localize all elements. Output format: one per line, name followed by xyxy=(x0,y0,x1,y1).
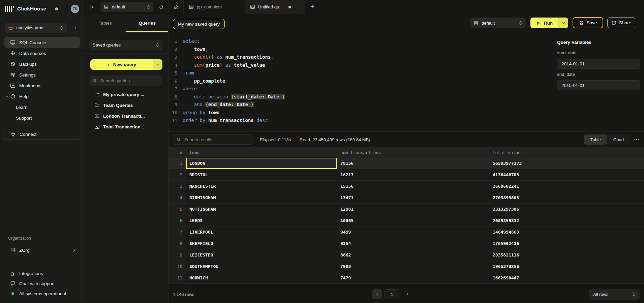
editor-line[interactable]: 9 and {end_date: Date } xyxy=(168,101,553,109)
list-item-folder[interactable]: My private query ... xyxy=(84,89,168,100)
new-query-dropdown-button[interactable] xyxy=(153,59,162,70)
table-row[interactable]: 5NOTTINGHAM129812313297306 xyxy=(168,204,644,215)
table-row[interactable]: 4BIRMINGHAM134712703899808 xyxy=(168,192,644,204)
run-dropdown-button[interactable] xyxy=(558,18,568,28)
editor-line[interactable]: 2 town, xyxy=(168,46,553,54)
table-cell[interactable]: 78156 xyxy=(337,158,489,169)
more-options-button[interactable]: ••• xyxy=(632,134,642,145)
table-cell[interactable]: 4136446703 xyxy=(489,169,644,180)
system-status[interactable]: All systems operational xyxy=(4,289,80,299)
service-selector[interactable]: aws analytics-prod xyxy=(5,23,67,33)
editor-line[interactable]: 5from xyxy=(168,69,553,77)
chart-view-button[interactable]: Chart xyxy=(607,134,631,145)
table-row[interactable]: 10SOUTHAMPTON79081965378256 xyxy=(168,261,644,272)
table-cell[interactable]: NORWICH xyxy=(186,272,337,283)
table-cell[interactable]: BRISTOL xyxy=(186,169,337,180)
add-service-button[interactable]: + xyxy=(71,23,80,32)
sidebar-item-backups[interactable]: Backups xyxy=(4,59,80,69)
notification-dot-icon[interactable] xyxy=(55,7,58,10)
table-cell[interactable]: SHEFFIELD xyxy=(186,238,337,249)
editor-line[interactable]: 6 pp_complete xyxy=(168,77,553,85)
editor-line[interactable]: 3 count() as num_transactions, xyxy=(168,53,553,61)
collapse-sidebar-button[interactable] xyxy=(88,3,96,11)
table-cell[interactable]: 9354 xyxy=(337,238,489,249)
table-cell[interactable]: LEEDS xyxy=(186,215,337,226)
table-row[interactable]: 7LIVERPOOL94991464994863 xyxy=(168,226,644,238)
table-cell[interactable]: 13471 xyxy=(337,192,489,203)
table-cell[interactable]: LEICESTER xyxy=(186,249,337,261)
editor-line[interactable]: 1select xyxy=(168,37,553,46)
table-cell[interactable]: NOTTINGHAM xyxy=(186,204,337,215)
table-cell[interactable]: LONDON xyxy=(186,158,337,169)
sidebar-item-integrations[interactable]: Integrations xyxy=(4,268,80,278)
start-date-input[interactable] xyxy=(557,59,640,69)
sql-editor[interactable]: 1select2 town,3 count() as num_transacti… xyxy=(168,32,553,131)
table-cell[interactable]: LIVERPOOL xyxy=(186,226,337,238)
search-queries-input[interactable] xyxy=(100,78,159,84)
table-row[interactable]: 9LEICESTER88622035821116 xyxy=(168,249,644,261)
table-cell[interactable]: 9499 xyxy=(337,226,489,238)
user-avatar[interactable]: ZN xyxy=(71,5,79,13)
table-cell[interactable]: 7908 xyxy=(337,261,489,272)
table-cell[interactable]: 2035821116 xyxy=(489,249,644,261)
end-date-input[interactable] xyxy=(557,80,640,90)
table-cell[interactable]: 1765902436 xyxy=(489,238,644,249)
table-row[interactable]: 1LONDON7815656593977373 xyxy=(168,158,644,169)
table-cell[interactable]: 16217 xyxy=(337,169,489,180)
sidebar-item-data-sources[interactable]: Data sources xyxy=(4,48,80,59)
column-header-total-value[interactable]: total_value xyxy=(489,147,644,158)
sidebar-item-sql-console[interactable]: SQL Console xyxy=(4,37,80,48)
editor-line[interactable]: 11order by num_transactions desc xyxy=(168,117,553,125)
editor-line[interactable]: 4 sum(price) as total_value xyxy=(168,61,553,69)
page-number[interactable]: 1 xyxy=(385,289,399,299)
sidebar-item-support[interactable]: Support xyxy=(4,113,80,123)
refresh-button[interactable] xyxy=(157,3,165,11)
table-cell[interactable]: 1965378256 xyxy=(489,261,644,272)
run-button[interactable]: Run xyxy=(530,18,558,28)
topbar-database-selector[interactable]: default xyxy=(100,2,153,12)
clickhouse-logo-icon[interactable] xyxy=(5,6,14,12)
table-cell[interactable]: 10865 xyxy=(337,215,489,226)
table-cell[interactable]: MANCHESTER xyxy=(186,181,337,192)
run-database-selector[interactable]: default xyxy=(470,18,526,28)
previous-page-button[interactable] xyxy=(372,289,382,299)
table-row[interactable]: 11NORWICH74791662690447 xyxy=(168,272,644,284)
editor-line[interactable]: 8 date between {start_date: Date } xyxy=(168,93,553,101)
tab-queries[interactable]: Queries xyxy=(126,14,168,32)
save-button[interactable]: Save xyxy=(573,17,603,28)
table-row[interactable]: 6LEEDS108652089859332 xyxy=(168,215,644,226)
table-cell[interactable]: 2089859332 xyxy=(489,215,644,226)
column-header-town[interactable]: town xyxy=(186,147,337,158)
list-item-query[interactable]: London Transacti... xyxy=(84,111,168,121)
saved-queries-filter[interactable]: Saved queries xyxy=(89,40,162,50)
table-cell[interactable]: 8862 xyxy=(337,249,489,261)
table-cell[interactable]: 7479 xyxy=(337,272,489,283)
table-cell[interactable]: 2660602241 xyxy=(489,181,644,192)
sidebar-item-help[interactable]: ? Help xyxy=(4,91,80,102)
new-tab-button[interactable]: + xyxy=(305,0,320,14)
sidebar-item-monitoring[interactable]: Monitoring xyxy=(4,80,80,91)
table-cell[interactable]: 1662690447 xyxy=(489,272,644,283)
sidebar-item-learn[interactable]: Learn xyxy=(4,102,80,113)
table-cell[interactable]: 1464994863 xyxy=(489,226,644,238)
share-button[interactable]: Share xyxy=(607,17,635,28)
table-row[interactable]: 3MANCHESTER151562660602241 xyxy=(168,181,644,192)
table-row[interactable]: 2BRISTOL162174136446703 xyxy=(168,169,644,181)
sidebar-item-chat-support[interactable]: Chat with support xyxy=(4,278,80,289)
table-view-button[interactable]: Table xyxy=(584,134,607,145)
list-item-folder[interactable]: Team Queries xyxy=(84,100,168,111)
table-cell[interactable]: 2313297306 xyxy=(489,204,644,215)
table-cell[interactable]: 2703899808 xyxy=(489,192,644,203)
table-cell[interactable]: SOUTHAMPTON xyxy=(186,261,337,272)
connect-button[interactable]: Connect xyxy=(4,129,80,140)
list-item-query[interactable]: Total Transaction ... xyxy=(84,121,168,132)
table-cell[interactable]: 15156 xyxy=(337,181,489,192)
table-cell[interactable]: BIRMINGHAM xyxy=(186,192,337,203)
next-page-button[interactable] xyxy=(404,289,411,299)
search-results-input[interactable] xyxy=(184,137,249,143)
tab-untitled-query[interactable]: Untitled qu... xyxy=(245,0,305,14)
tab-pp-complete[interactable]: pp_complete xyxy=(184,0,245,14)
tab-home[interactable] xyxy=(168,0,184,14)
column-header-index[interactable]: # xyxy=(168,147,186,158)
column-header-num-transactions[interactable]: num_transactions xyxy=(337,147,489,158)
